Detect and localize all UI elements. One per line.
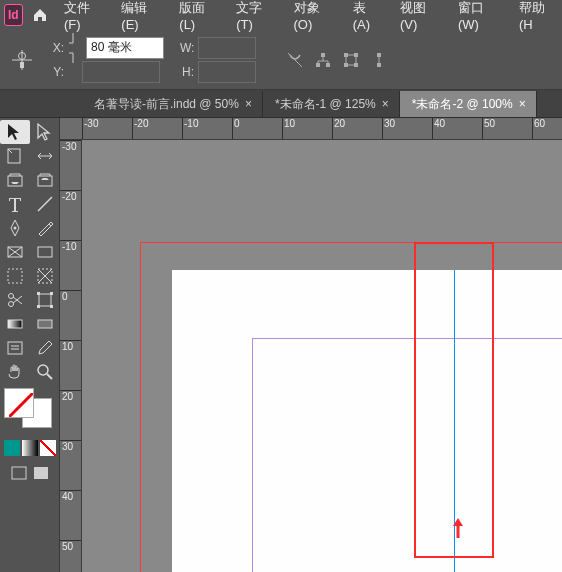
flow-icon-group <box>286 51 388 69</box>
type-tool[interactable] <box>0 192 30 216</box>
ruler-v-tick: 30 <box>62 441 73 452</box>
ruler-v-tick: -30 <box>62 141 76 152</box>
svg-rect-12 <box>377 53 381 57</box>
svg-rect-46 <box>34 467 48 479</box>
menu-object[interactable]: 对象(O) <box>284 1 341 29</box>
gradient-swatch-tool[interactable] <box>0 312 30 336</box>
ruler-v-tick: 50 <box>62 541 73 552</box>
reference-point-icon[interactable] <box>8 46 36 74</box>
svg-rect-7 <box>326 63 330 67</box>
view-mode-normal[interactable] <box>11 466 27 480</box>
eyedropper-tool[interactable] <box>30 336 60 360</box>
menu-layout[interactable]: 版面(L) <box>169 1 224 29</box>
ruler-h-tick: 10 <box>284 118 295 129</box>
svg-rect-32 <box>39 294 51 306</box>
selection-tool[interactable] <box>0 120 30 144</box>
control-bar: X: 80 毫米 Y: W: H: <box>0 30 562 90</box>
swatch-color[interactable] <box>4 440 20 456</box>
pencil-tool[interactable] <box>30 216 60 240</box>
close-icon[interactable]: × <box>519 97 526 111</box>
svg-rect-18 <box>8 176 22 186</box>
svg-point-30 <box>8 302 13 307</box>
flow-parent-icon[interactable] <box>314 51 332 69</box>
svg-rect-19 <box>38 176 52 186</box>
svg-rect-45 <box>12 467 26 479</box>
rectangle-frame-tool[interactable] <box>0 240 30 264</box>
menu-window[interactable]: 窗口(W) <box>448 1 507 29</box>
w-input[interactable] <box>198 37 256 59</box>
swatch-none[interactable] <box>40 440 56 456</box>
close-icon[interactable]: × <box>245 97 252 111</box>
ruler-h-tick: -30 <box>84 118 98 129</box>
svg-line-44 <box>9 393 33 417</box>
pen-tool[interactable] <box>0 216 30 240</box>
svg-rect-25 <box>38 247 52 257</box>
note-tool[interactable] <box>0 336 30 360</box>
tools-panel <box>0 118 60 572</box>
svg-point-31 <box>8 294 13 299</box>
tab-document-1[interactable]: *未命名-1 @ 125% × <box>263 91 400 117</box>
polygon-tool[interactable] <box>30 264 60 288</box>
direct-selection-tool[interactable] <box>30 120 60 144</box>
ruler-h-tick: 30 <box>384 118 395 129</box>
line-tool[interactable] <box>30 192 60 216</box>
svg-rect-35 <box>37 305 40 308</box>
x-input[interactable]: 80 毫米 <box>86 37 164 59</box>
tab-document-0[interactable]: 名著导读-前言.indd @ 50% × <box>82 91 263 117</box>
svg-rect-3 <box>20 62 24 68</box>
tab-document-2[interactable]: *未命名-2 @ 100% × <box>400 91 537 117</box>
menu-view[interactable]: 视图(V) <box>390 1 446 29</box>
menu-file[interactable]: 文件(F) <box>54 1 109 29</box>
svg-line-16 <box>8 149 12 153</box>
fill-stroke-proxy[interactable] <box>2 388 58 430</box>
flow-single-icon[interactable] <box>370 51 388 69</box>
w-label: W: <box>180 41 194 55</box>
color-swatch-row <box>2 440 58 456</box>
ruler-v-tick: 40 <box>62 491 73 502</box>
content-collector-tool[interactable] <box>0 168 30 192</box>
swatch-gradient[interactable] <box>22 440 38 456</box>
svg-rect-11 <box>354 63 358 67</box>
svg-point-42 <box>38 365 48 375</box>
y-input[interactable] <box>82 61 160 83</box>
annotation-highlight-rect <box>414 242 494 558</box>
svg-rect-5 <box>321 53 325 57</box>
ruler-v-tick: 0 <box>62 291 68 302</box>
menu-edit[interactable]: 编辑(E) <box>111 1 167 29</box>
canvas[interactable] <box>82 140 562 572</box>
close-icon[interactable]: × <box>382 97 389 111</box>
flow-children-icon[interactable] <box>342 51 360 69</box>
ruler-h-tick: 0 <box>234 118 240 129</box>
ruler-h-tick: 20 <box>334 118 345 129</box>
svg-rect-6 <box>316 63 320 67</box>
annotation-arrow-2 <box>450 518 466 538</box>
view-mode-row <box>11 466 49 480</box>
ruler-h-tick: 60 <box>534 118 545 129</box>
ruler-vertical[interactable]: -30-20-10010203040506070 <box>60 140 82 572</box>
view-mode-preview[interactable] <box>33 466 49 480</box>
menu-table[interactable]: 表(A) <box>343 1 388 29</box>
svg-rect-9 <box>354 53 358 57</box>
svg-rect-13 <box>377 63 381 67</box>
svg-rect-8 <box>344 53 348 57</box>
menu-help[interactable]: 帮助(H <box>509 1 562 29</box>
content-placer-tool[interactable] <box>30 168 60 192</box>
hand-tool[interactable] <box>0 360 30 384</box>
svg-rect-39 <box>8 342 22 354</box>
page-tool[interactable] <box>0 144 30 168</box>
free-transform-tool[interactable] <box>30 288 60 312</box>
ruler-horizontal[interactable]: -30-20-10010203040506070 <box>60 118 562 140</box>
no-break-icon[interactable] <box>286 51 304 69</box>
polygon-frame-tool[interactable] <box>0 264 30 288</box>
menu-type[interactable]: 文字(T) <box>226 1 281 29</box>
zoom-tool[interactable] <box>30 360 60 384</box>
svg-rect-33 <box>37 292 40 295</box>
h-input[interactable] <box>198 61 256 83</box>
tab-label: 名著导读-前言.indd @ 50% <box>94 96 239 113</box>
home-icon[interactable] <box>29 7 52 23</box>
scissors-tool[interactable] <box>0 288 30 312</box>
gap-tool[interactable] <box>30 144 60 168</box>
rectangle-tool[interactable] <box>30 240 60 264</box>
y-label: Y: <box>50 65 64 79</box>
gradient-feather-tool[interactable] <box>30 312 60 336</box>
